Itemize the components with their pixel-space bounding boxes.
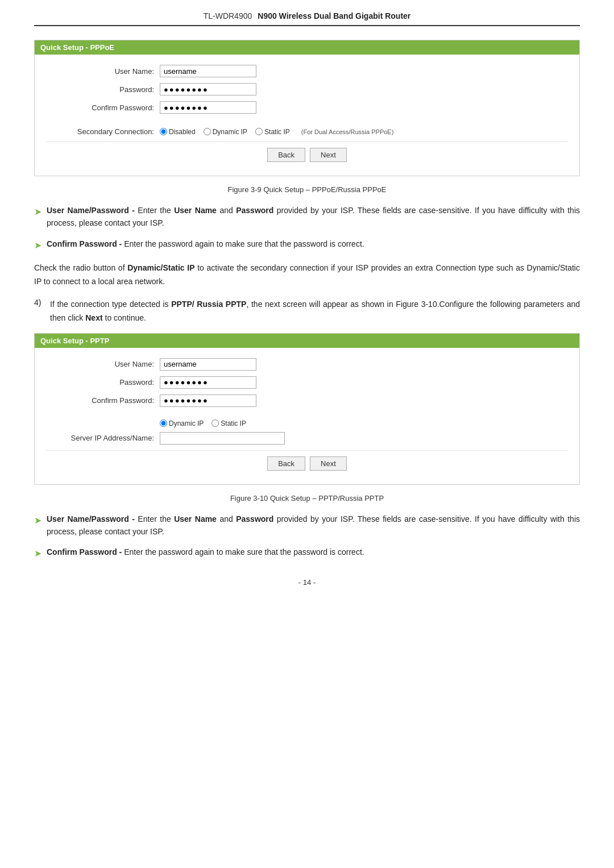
pppoe-btn-row: Back Next: [46, 142, 568, 165]
pptp-dynamic-row: Dynamic IP Static IP: [46, 420, 568, 427]
pppoe-bullet-2: ➤ Confirm Password - Enter the password …: [34, 238, 580, 253]
pppoe-bullet-1-text: User Name/Password - Enter the User Name…: [47, 204, 580, 230]
pptp-server-label: Server IP Address/Name:: [46, 434, 160, 442]
pptp-radio-static[interactable]: Static IP: [211, 420, 246, 427]
pppoe-bullet-2-text: Confirm Password - Enter the password ag…: [47, 238, 580, 250]
pptp-bullet-1-text: User Name/Password - Enter the User Name…: [47, 513, 580, 538]
page-header: TL-WDR4900 N900 Wireless Dual Band Gigab…: [34, 11, 580, 26]
pppoe-caption: Figure 3-9 Quick Setup – PPPoE/Russia PP…: [34, 185, 580, 194]
pptp-username-label: User Name:: [46, 360, 160, 368]
header-model: TL-WDR4900: [204, 11, 252, 20]
pppoe-radio-dynamic[interactable]: Dynamic IP: [204, 128, 247, 136]
pppoe-disabled-label: Disabled: [169, 128, 196, 136]
numbered-label-4: 4): [34, 298, 50, 307]
dynamic-static-paragraph: Check the radio button of Dynamic/Static…: [34, 261, 580, 289]
pppoe-password-row: Password:: [46, 83, 568, 95]
pppoe-username-label: User Name:: [46, 67, 160, 76]
pptp-password-input[interactable]: [160, 376, 256, 389]
pptp-bullets: ➤ User Name/Password - Enter the User Na…: [34, 513, 580, 561]
pptp-confirm-label: Confirm Password:: [46, 396, 160, 405]
pppoe-radio-static-input[interactable]: [255, 128, 263, 135]
pptp-back-button[interactable]: Back: [267, 456, 305, 471]
pppoe-radio-dynamic-input[interactable]: [204, 128, 211, 135]
pppoe-radio-disabled[interactable]: Disabled: [160, 128, 196, 136]
pppoe-username-row: User Name:: [46, 65, 568, 77]
pppoe-back-button[interactable]: Back: [267, 148, 305, 162]
bullet-arrow-2: ➤: [34, 238, 47, 253]
pptp-radio-dynamic[interactable]: Dynamic IP: [160, 420, 204, 427]
pppoe-bullet-1: ➤ User Name/Password - Enter the User Na…: [34, 204, 580, 230]
pppoe-box-body: User Name: Password: Confirm Password: S…: [35, 55, 579, 176]
pptp-next-button[interactable]: Next: [310, 456, 347, 471]
numbered-text-4: If the connection type detected is PPTP/…: [50, 298, 580, 325]
pptp-static-label: Static IP: [221, 420, 246, 427]
pptp-bullet-2: ➤ Confirm Password - Enter the password …: [34, 546, 580, 561]
pptp-server-row: Server IP Address/Name:: [46, 432, 568, 445]
pppoe-radio-static[interactable]: Static IP: [255, 128, 290, 136]
pptp-username-input[interactable]: [160, 358, 256, 371]
pptp-bullet-2-text: Confirm Password - Enter the password ag…: [47, 546, 580, 558]
pppoe-setup-box: Quick Setup - PPPoE User Name: Password:…: [34, 40, 580, 176]
pppoe-next-button[interactable]: Next: [310, 148, 347, 162]
bullet-arrow-pptp-1: ➤: [34, 513, 47, 528]
pppoe-radio-disabled-input[interactable]: [160, 128, 167, 135]
pptp-box-title: Quick Setup - PPTP: [35, 334, 579, 348]
pptp-setup-box: Quick Setup - PPTP User Name: Password: …: [34, 333, 580, 485]
pptp-username-row: User Name:: [46, 358, 568, 371]
pppoe-static-label: Static IP: [264, 128, 290, 136]
pppoe-username-input[interactable]: [160, 65, 256, 77]
pptp-password-label: Password:: [46, 378, 160, 387]
header-description: N900 Wireless Dual Band Gigabit Router: [258, 11, 410, 20]
pppoe-password-label: Password:: [46, 85, 160, 94]
page-number: - 14 -: [34, 578, 580, 587]
pptp-ip-radio-group: Dynamic IP Static IP: [160, 420, 246, 427]
pppoe-secondary-note: (For Dual Access/Russia PPPoE): [301, 128, 394, 135]
pppoe-confirm-input[interactable]: [160, 101, 256, 114]
pptp-caption: Figure 3-10 Quick Setup – PPTP/Russia PP…: [34, 494, 580, 502]
pptp-btn-row: Back Next: [46, 450, 568, 474]
pppoe-secondary-label: Secondary Connection:: [46, 127, 160, 136]
pppoe-bullets: ➤ User Name/Password - Enter the User Na…: [34, 204, 580, 252]
pptp-password-row: Password:: [46, 376, 568, 389]
pppoe-confirm-row: Confirm Password:: [46, 101, 568, 114]
bullet-arrow-pptp-2: ➤: [34, 546, 47, 561]
pptp-bullet-1: ➤ User Name/Password - Enter the User Na…: [34, 513, 580, 538]
pptp-radio-static-input[interactable]: [211, 420, 219, 427]
bullet-arrow-1: ➤: [34, 205, 47, 219]
pppoe-password-input[interactable]: [160, 83, 256, 95]
numbered-item-4: 4) If the connection type detected is PP…: [34, 298, 580, 325]
pptp-server-input[interactable]: [160, 432, 285, 445]
pptp-confirm-input[interactable]: [160, 394, 256, 407]
pppoe-box-title: Quick Setup - PPPoE: [35, 40, 579, 55]
pppoe-dynamic-label: Dynamic IP: [213, 128, 247, 136]
pppoe-secondary-radio-group: Disabled Dynamic IP Static IP (For Dual …: [160, 128, 393, 136]
pppoe-confirm-label: Confirm Password:: [46, 103, 160, 112]
pptp-radio-dynamic-input[interactable]: [160, 420, 167, 427]
pppoe-secondary-row: Secondary Connection: Disabled Dynamic I…: [46, 127, 568, 136]
pptp-box-body: User Name: Password: Confirm Password: D…: [35, 348, 579, 484]
pptp-dynamic-label: Dynamic IP: [169, 420, 204, 427]
pptp-confirm-row: Confirm Password:: [46, 394, 568, 407]
